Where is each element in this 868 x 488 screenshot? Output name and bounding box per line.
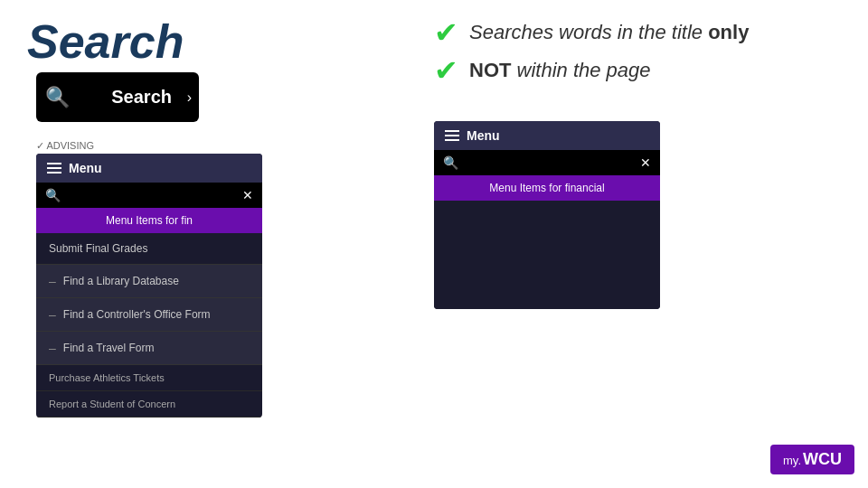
list-item-small[interactable]: Purchase Athletics Tickets bbox=[36, 365, 262, 391]
wcu-badge: my. WCU bbox=[770, 445, 854, 474]
chevron-icon: › bbox=[187, 89, 192, 106]
page-title: Search bbox=[27, 18, 199, 65]
right-search-icon: 🔍 bbox=[443, 155, 458, 170]
list-item[interactable]: – Find a Controller's Office Form bbox=[36, 298, 262, 332]
check-text-italic: Searches words in the title bbox=[469, 21, 708, 43]
search-icon-small: 🔍 bbox=[45, 188, 61, 202]
menu-header: Menu bbox=[36, 154, 262, 183]
list-item-small[interactable]: Report a Student of Concern bbox=[36, 391, 262, 418]
left-menu-panel: Menu 🔍 ✕ Menu Items for fin Submit Final… bbox=[36, 154, 262, 418]
menu-items-header: Menu Items for fin bbox=[36, 208, 262, 233]
right-menu-empty bbox=[434, 201, 660, 309]
check-text-2: NOT within the page bbox=[469, 59, 651, 82]
right-menu-header-label: Menu bbox=[467, 128, 500, 143]
list-item[interactable]: – Find a Travel Form bbox=[36, 332, 262, 365]
left-content: Search 🔍 Search › ✓ ADVISING bbox=[27, 18, 407, 418]
checkmark-icon-2: ✔ bbox=[434, 56, 458, 85]
search-row: 🔍 ✕ bbox=[36, 183, 262, 208]
list-item[interactable]: Submit Final Grades bbox=[36, 233, 262, 265]
dash-icon: – bbox=[49, 274, 56, 288]
main-container: Search 🔍 Search › ✓ ADVISING bbox=[0, 0, 868, 488]
check-text-bold: only bbox=[708, 21, 749, 43]
right-panel: ✔ Searches words in the title only ✔ NOT… bbox=[407, 18, 841, 470]
advising-label: ✓ ADVISING bbox=[36, 140, 407, 152]
check-item-1: ✔ Searches words in the title only bbox=[434, 18, 841, 47]
search-bar[interactable]: 🔍 Search › bbox=[36, 72, 199, 122]
wcu-text: WCU bbox=[803, 450, 842, 469]
right-menu-items-header: Menu Items for financial bbox=[434, 175, 660, 201]
left-menu-area: ✓ ADVISING Menu 🔍 ✕ Menu Items for fin bbox=[27, 140, 407, 418]
right-close-icon[interactable]: ✕ bbox=[640, 155, 651, 170]
right-search-row: 🔍 ✕ bbox=[434, 150, 660, 175]
top-section: Search 🔍 Search › bbox=[27, 18, 407, 131]
search-icon: 🔍 bbox=[45, 86, 70, 109]
check-text-not: NOT bbox=[469, 59, 511, 81]
my-text: my. bbox=[783, 454, 801, 467]
check-item-2: ✔ NOT within the page bbox=[434, 56, 841, 85]
menu-header-label: Menu bbox=[69, 161, 102, 175]
dash-icon: – bbox=[49, 341, 56, 355]
item-label: Find a Controller's Office Form bbox=[63, 308, 211, 321]
right-hamburger-icon[interactable] bbox=[445, 130, 459, 141]
left-panel: Search 🔍 Search › ✓ ADVISING bbox=[27, 18, 407, 470]
check-text-page: within the page bbox=[511, 59, 650, 81]
hamburger-icon[interactable] bbox=[47, 163, 61, 174]
item-label: Find a Travel Form bbox=[63, 342, 155, 354]
item-label: Find a Library Database bbox=[63, 275, 179, 287]
title-area: Search 🔍 Search › bbox=[27, 18, 199, 131]
right-menu-header: Menu bbox=[434, 121, 660, 150]
item-label: Submit Final Grades bbox=[49, 242, 147, 255]
dash-icon: – bbox=[49, 307, 56, 322]
right-menu-panel: Menu 🔍 ✕ Menu Items for financial bbox=[434, 121, 660, 309]
check-items: ✔ Searches words in the title only ✔ NOT… bbox=[434, 18, 841, 94]
search-label: Search bbox=[111, 87, 172, 108]
close-icon[interactable]: ✕ bbox=[242, 188, 253, 202]
check-text-1: Searches words in the title only bbox=[469, 21, 749, 44]
checkmark-icon-1: ✔ bbox=[434, 18, 458, 47]
list-item[interactable]: – Find a Library Database bbox=[36, 265, 262, 298]
